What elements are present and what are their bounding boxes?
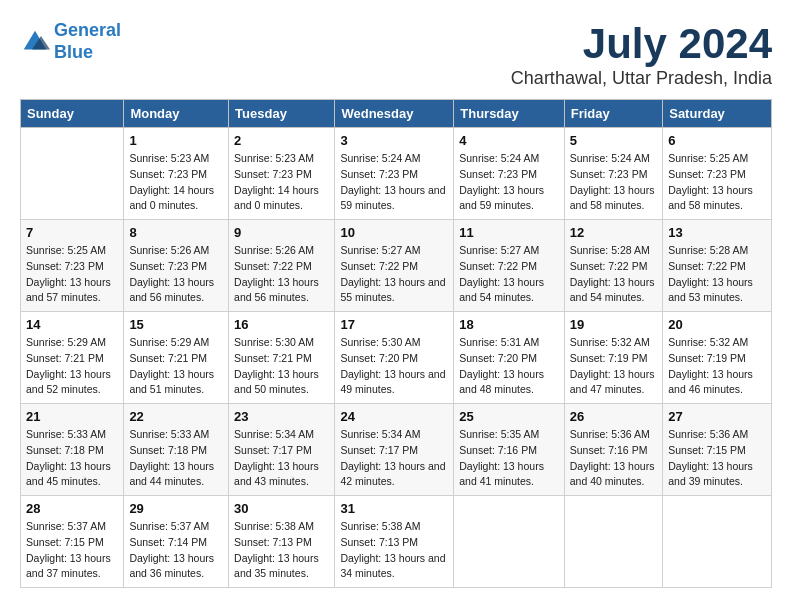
day-info: Sunrise: 5:29 AMSunset: 7:21 PMDaylight:… xyxy=(26,335,118,398)
day-info: Sunrise: 5:28 AMSunset: 7:22 PMDaylight:… xyxy=(668,243,766,306)
day-number: 12 xyxy=(570,225,657,240)
day-info: Sunrise: 5:28 AMSunset: 7:22 PMDaylight:… xyxy=(570,243,657,306)
day-cell: 6Sunrise: 5:25 AMSunset: 7:23 PMDaylight… xyxy=(663,128,772,220)
day-info: Sunrise: 5:24 AMSunset: 7:23 PMDaylight:… xyxy=(459,151,559,214)
days-header-row: SundayMondayTuesdayWednesdayThursdayFrid… xyxy=(21,100,772,128)
day-cell: 30Sunrise: 5:38 AMSunset: 7:13 PMDayligh… xyxy=(229,496,335,588)
day-info: Sunrise: 5:25 AMSunset: 7:23 PMDaylight:… xyxy=(26,243,118,306)
day-number: 3 xyxy=(340,133,448,148)
day-info: Sunrise: 5:32 AMSunset: 7:19 PMDaylight:… xyxy=(570,335,657,398)
day-number: 27 xyxy=(668,409,766,424)
day-number: 21 xyxy=(26,409,118,424)
day-info: Sunrise: 5:36 AMSunset: 7:15 PMDaylight:… xyxy=(668,427,766,490)
calendar-table: SundayMondayTuesdayWednesdayThursdayFrid… xyxy=(20,99,772,588)
day-number: 7 xyxy=(26,225,118,240)
day-info: Sunrise: 5:27 AMSunset: 7:22 PMDaylight:… xyxy=(340,243,448,306)
day-cell: 29Sunrise: 5:37 AMSunset: 7:14 PMDayligh… xyxy=(124,496,229,588)
day-info: Sunrise: 5:29 AMSunset: 7:21 PMDaylight:… xyxy=(129,335,223,398)
day-cell: 9Sunrise: 5:26 AMSunset: 7:22 PMDaylight… xyxy=(229,220,335,312)
day-cell: 12Sunrise: 5:28 AMSunset: 7:22 PMDayligh… xyxy=(564,220,662,312)
day-number: 28 xyxy=(26,501,118,516)
day-info: Sunrise: 5:33 AMSunset: 7:18 PMDaylight:… xyxy=(26,427,118,490)
day-cell: 4Sunrise: 5:24 AMSunset: 7:23 PMDaylight… xyxy=(454,128,565,220)
day-cell: 31Sunrise: 5:38 AMSunset: 7:13 PMDayligh… xyxy=(335,496,454,588)
day-cell: 15Sunrise: 5:29 AMSunset: 7:21 PMDayligh… xyxy=(124,312,229,404)
day-number: 9 xyxy=(234,225,329,240)
day-cell: 23Sunrise: 5:34 AMSunset: 7:17 PMDayligh… xyxy=(229,404,335,496)
day-cell xyxy=(454,496,565,588)
logo-icon xyxy=(20,27,50,57)
day-cell: 24Sunrise: 5:34 AMSunset: 7:17 PMDayligh… xyxy=(335,404,454,496)
day-cell: 3Sunrise: 5:24 AMSunset: 7:23 PMDaylight… xyxy=(335,128,454,220)
day-number: 19 xyxy=(570,317,657,332)
header-saturday: Saturday xyxy=(663,100,772,128)
day-info: Sunrise: 5:38 AMSunset: 7:13 PMDaylight:… xyxy=(234,519,329,582)
day-cell: 21Sunrise: 5:33 AMSunset: 7:18 PMDayligh… xyxy=(21,404,124,496)
day-info: Sunrise: 5:37 AMSunset: 7:14 PMDaylight:… xyxy=(129,519,223,582)
day-cell: 1Sunrise: 5:23 AMSunset: 7:23 PMDaylight… xyxy=(124,128,229,220)
day-cell: 20Sunrise: 5:32 AMSunset: 7:19 PMDayligh… xyxy=(663,312,772,404)
page-header: General Blue July 2024 Charthawal, Uttar… xyxy=(20,20,772,89)
logo: General Blue xyxy=(20,20,121,63)
day-number: 8 xyxy=(129,225,223,240)
day-info: Sunrise: 5:34 AMSunset: 7:17 PMDaylight:… xyxy=(234,427,329,490)
day-number: 6 xyxy=(668,133,766,148)
week-row-0: 1Sunrise: 5:23 AMSunset: 7:23 PMDaylight… xyxy=(21,128,772,220)
week-row-2: 14Sunrise: 5:29 AMSunset: 7:21 PMDayligh… xyxy=(21,312,772,404)
day-cell xyxy=(564,496,662,588)
day-number: 16 xyxy=(234,317,329,332)
day-cell: 14Sunrise: 5:29 AMSunset: 7:21 PMDayligh… xyxy=(21,312,124,404)
day-cell: 2Sunrise: 5:23 AMSunset: 7:23 PMDaylight… xyxy=(229,128,335,220)
day-info: Sunrise: 5:34 AMSunset: 7:17 PMDaylight:… xyxy=(340,427,448,490)
day-number: 11 xyxy=(459,225,559,240)
week-row-1: 7Sunrise: 5:25 AMSunset: 7:23 PMDaylight… xyxy=(21,220,772,312)
logo-line2: Blue xyxy=(54,42,93,62)
title-block: July 2024 Charthawal, Uttar Pradesh, Ind… xyxy=(511,20,772,89)
day-number: 18 xyxy=(459,317,559,332)
day-cell: 10Sunrise: 5:27 AMSunset: 7:22 PMDayligh… xyxy=(335,220,454,312)
day-cell: 7Sunrise: 5:25 AMSunset: 7:23 PMDaylight… xyxy=(21,220,124,312)
day-cell: 25Sunrise: 5:35 AMSunset: 7:16 PMDayligh… xyxy=(454,404,565,496)
day-number: 4 xyxy=(459,133,559,148)
day-number: 14 xyxy=(26,317,118,332)
day-cell: 8Sunrise: 5:26 AMSunset: 7:23 PMDaylight… xyxy=(124,220,229,312)
day-number: 25 xyxy=(459,409,559,424)
day-info: Sunrise: 5:38 AMSunset: 7:13 PMDaylight:… xyxy=(340,519,448,582)
day-number: 5 xyxy=(570,133,657,148)
day-cell: 22Sunrise: 5:33 AMSunset: 7:18 PMDayligh… xyxy=(124,404,229,496)
day-number: 10 xyxy=(340,225,448,240)
logo-line1: General xyxy=(54,20,121,40)
week-row-3: 21Sunrise: 5:33 AMSunset: 7:18 PMDayligh… xyxy=(21,404,772,496)
day-cell: 27Sunrise: 5:36 AMSunset: 7:15 PMDayligh… xyxy=(663,404,772,496)
day-info: Sunrise: 5:24 AMSunset: 7:23 PMDaylight:… xyxy=(570,151,657,214)
day-cell: 17Sunrise: 5:30 AMSunset: 7:20 PMDayligh… xyxy=(335,312,454,404)
day-info: Sunrise: 5:26 AMSunset: 7:23 PMDaylight:… xyxy=(129,243,223,306)
day-number: 23 xyxy=(234,409,329,424)
day-cell: 26Sunrise: 5:36 AMSunset: 7:16 PMDayligh… xyxy=(564,404,662,496)
day-cell: 11Sunrise: 5:27 AMSunset: 7:22 PMDayligh… xyxy=(454,220,565,312)
header-sunday: Sunday xyxy=(21,100,124,128)
day-info: Sunrise: 5:32 AMSunset: 7:19 PMDaylight:… xyxy=(668,335,766,398)
day-info: Sunrise: 5:31 AMSunset: 7:20 PMDaylight:… xyxy=(459,335,559,398)
subtitle: Charthawal, Uttar Pradesh, India xyxy=(511,68,772,89)
day-number: 2 xyxy=(234,133,329,148)
day-info: Sunrise: 5:33 AMSunset: 7:18 PMDaylight:… xyxy=(129,427,223,490)
day-number: 22 xyxy=(129,409,223,424)
day-number: 31 xyxy=(340,501,448,516)
day-cell xyxy=(663,496,772,588)
day-info: Sunrise: 5:35 AMSunset: 7:16 PMDaylight:… xyxy=(459,427,559,490)
header-friday: Friday xyxy=(564,100,662,128)
day-cell: 16Sunrise: 5:30 AMSunset: 7:21 PMDayligh… xyxy=(229,312,335,404)
day-cell: 18Sunrise: 5:31 AMSunset: 7:20 PMDayligh… xyxy=(454,312,565,404)
main-title: July 2024 xyxy=(511,20,772,68)
day-number: 26 xyxy=(570,409,657,424)
day-number: 1 xyxy=(129,133,223,148)
header-tuesday: Tuesday xyxy=(229,100,335,128)
day-info: Sunrise: 5:27 AMSunset: 7:22 PMDaylight:… xyxy=(459,243,559,306)
day-info: Sunrise: 5:23 AMSunset: 7:23 PMDaylight:… xyxy=(129,151,223,214)
day-number: 17 xyxy=(340,317,448,332)
day-info: Sunrise: 5:23 AMSunset: 7:23 PMDaylight:… xyxy=(234,151,329,214)
day-cell: 19Sunrise: 5:32 AMSunset: 7:19 PMDayligh… xyxy=(564,312,662,404)
header-thursday: Thursday xyxy=(454,100,565,128)
day-info: Sunrise: 5:26 AMSunset: 7:22 PMDaylight:… xyxy=(234,243,329,306)
